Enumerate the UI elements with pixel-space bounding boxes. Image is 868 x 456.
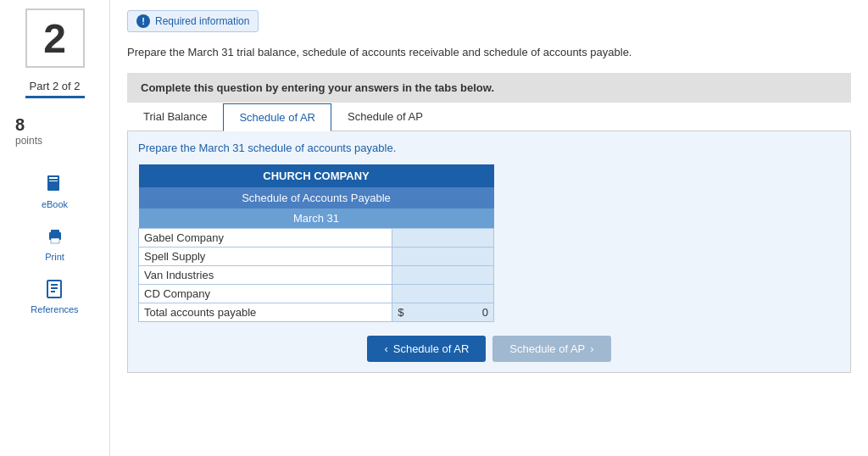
- dollar-sign: $: [398, 306, 403, 319]
- company-name: CHURCH COMPANY: [139, 164, 494, 187]
- church-table-wrapper: CHURCH COMPANY Schedule of Accounts Paya…: [138, 164, 494, 322]
- print-icon: [43, 225, 67, 248]
- van-input[interactable]: [398, 269, 488, 281]
- required-info-text: Required information: [155, 15, 249, 27]
- bottom-nav: ‹ Schedule of AR Schedule of AP ›: [138, 336, 840, 362]
- total-row: Total accounts payable $ 0: [139, 303, 494, 321]
- table-row: Spell Supply: [139, 247, 494, 265]
- step-number: 2: [25, 8, 85, 68]
- church-table: CHURCH COMPANY Schedule of Accounts Paya…: [138, 164, 494, 322]
- next-label: Schedule of AP: [509, 342, 585, 355]
- points-number: 8: [15, 115, 25, 135]
- instruction-text: Prepare the March 31 trial balance, sche…: [127, 44, 851, 61]
- part-label-suffix: of 2: [58, 80, 80, 92]
- table-header-row: CHURCH COMPANY: [139, 164, 494, 187]
- table-row: CD Company: [139, 284, 494, 303]
- table-subheader-row: Schedule of Accounts Payable: [139, 187, 494, 209]
- ebook-label: eBook: [42, 199, 68, 209]
- van-value[interactable]: [392, 265, 494, 284]
- print-label: Print: [45, 252, 64, 262]
- cd-value[interactable]: [392, 284, 494, 303]
- svg-rect-4: [51, 230, 59, 233]
- cd-input[interactable]: [398, 287, 488, 300]
- next-button[interactable]: Schedule of AP ›: [492, 336, 610, 362]
- gabel-input[interactable]: [398, 231, 488, 244]
- prev-label: Schedule of AR: [393, 342, 470, 355]
- table-row: Van Industries: [139, 265, 494, 284]
- tab-schedule-ar[interactable]: Schedule of AR: [223, 103, 331, 131]
- total-dollar-cell: $ 0: [398, 306, 488, 319]
- complete-box: Complete this question by entering your …: [127, 73, 851, 103]
- total-value: 0: [482, 306, 488, 319]
- next-arrow: ›: [590, 342, 593, 355]
- sidebar-item-print[interactable]: Print: [43, 225, 67, 262]
- points-label: points: [15, 135, 42, 147]
- table-date: March 31: [139, 209, 494, 229]
- svg-rect-1: [49, 177, 58, 179]
- svg-rect-5: [51, 238, 59, 243]
- tab-content: Prepare the March 31 schedule of account…: [127, 131, 851, 373]
- prev-arrow: ‹: [384, 342, 387, 355]
- tab-trial-balance[interactable]: Trial Balance: [127, 103, 223, 131]
- cd-label: CD Company: [139, 284, 392, 303]
- ebook-icon: [42, 172, 66, 196]
- table-row: Gabel Company: [139, 228, 494, 247]
- spell-value[interactable]: [392, 247, 494, 265]
- sidebar-icon-group: eBook Print References: [0, 172, 109, 314]
- spell-input[interactable]: [398, 250, 488, 263]
- tab-schedule-ap[interactable]: Schedule of AP: [331, 103, 439, 131]
- total-label: Total accounts payable: [139, 303, 392, 321]
- total-value-cell: $ 0: [392, 303, 494, 321]
- part-underline: [25, 96, 85, 98]
- part-label-bold: Part 2: [30, 80, 59, 92]
- step-number-text: 2: [43, 15, 66, 62]
- gabel-label: Gabel Company: [139, 228, 392, 247]
- sidebar: 2 Part 2 of 2 8 points eBook: [0, 0, 110, 456]
- van-label: Van Industries: [139, 265, 392, 284]
- schedule-title: Schedule of Accounts Payable: [139, 187, 494, 209]
- required-info-badge: ! Required information: [127, 10, 259, 32]
- main-content: ! Required information Prepare the March…: [110, 0, 868, 456]
- tabs-row: Trial Balance Schedule of AR Schedule of…: [127, 103, 851, 131]
- sidebar-item-references[interactable]: References: [31, 277, 78, 314]
- references-icon: [42, 277, 66, 301]
- spell-label: Spell Supply: [139, 247, 392, 265]
- info-icon: !: [136, 14, 150, 28]
- tab-instruction: Prepare the March 31 schedule of account…: [138, 142, 840, 154]
- part-label: Part 2 of 2: [30, 80, 81, 92]
- references-label: References: [31, 304, 78, 314]
- prev-button[interactable]: ‹ Schedule of AR: [367, 336, 486, 362]
- gabel-value[interactable]: [392, 228, 494, 247]
- svg-rect-2: [49, 181, 58, 181]
- table-date-row: March 31: [139, 209, 494, 229]
- sidebar-item-ebook[interactable]: eBook: [42, 172, 68, 209]
